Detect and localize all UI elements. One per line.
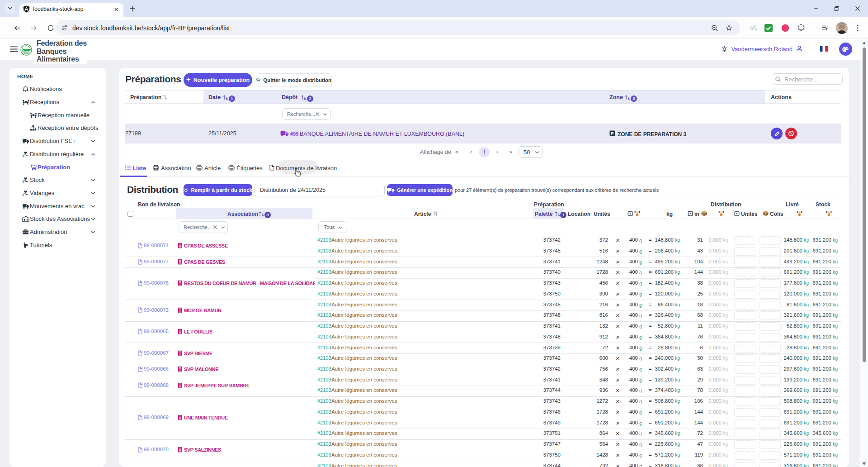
svg-text:P: P [611, 131, 613, 136]
